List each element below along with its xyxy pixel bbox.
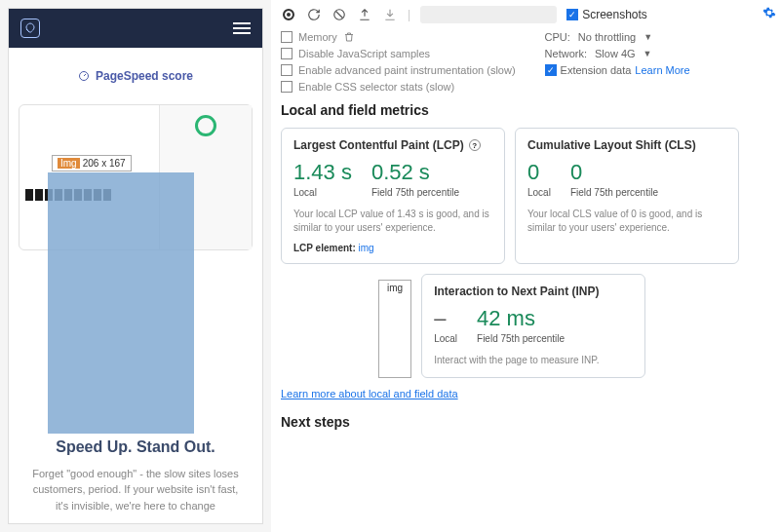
- checkbox-icon: [281, 31, 292, 43]
- element-highlight-overlay: [48, 172, 194, 434]
- ext-data-label: Extension data: [561, 64, 632, 76]
- lcp-field-label: Field 75th percentile: [371, 187, 459, 198]
- inp-card: Interaction to Next Paint (INP) – Local …: [421, 274, 645, 378]
- disable-js-label: Disable JavaScript samples: [298, 48, 430, 59]
- network-label: Network:: [545, 48, 587, 59]
- cls-description: Your local CLS value of 0 is good, and i…: [527, 208, 726, 235]
- cls-field-label: Field 75th percentile: [570, 187, 658, 198]
- adv-paint-option[interactable]: Enable advanced paint instrumentation (s…: [281, 64, 516, 76]
- stop-icon[interactable]: [332, 7, 347, 22]
- rocket-icon: [20, 19, 40, 38]
- options-row: Memory Disable JavaScript samples Enable…: [281, 31, 770, 93]
- upload-icon[interactable]: [357, 7, 372, 22]
- metrics-cards: Largest Contentful Paint (LCP)? 1.43 s L…: [281, 128, 770, 378]
- disable-js-option[interactable]: Disable JavaScript samples: [281, 48, 516, 59]
- trash-icon[interactable]: [343, 31, 355, 43]
- performance-toolbar: | ✓ Screenshots: [281, 6, 770, 23]
- screenshots-label: Screenshots: [582, 8, 647, 21]
- checkbox-icon: [281, 64, 292, 76]
- metrics-section-title: Local and field metrics: [281, 102, 770, 118]
- memory-option[interactable]: Memory: [281, 31, 516, 43]
- cls-title: Cumulative Layout Shift (CLS): [527, 138, 726, 152]
- network-value: Slow 4G: [595, 48, 636, 59]
- hero-body: Forget "good enough" - the slow sites lo…: [26, 466, 245, 514]
- lcp-description: Your local LCP value of 1.43 s is good, …: [293, 208, 492, 235]
- inp-local-label: Local: [434, 333, 457, 344]
- cls-field-value: 0: [570, 160, 658, 185]
- screenshots-toggle[interactable]: ✓ Screenshots: [566, 8, 647, 21]
- download-icon[interactable]: [382, 7, 398, 22]
- score-button-label: PageSpeed score: [96, 69, 193, 83]
- inp-field-value: 42 ms: [477, 306, 565, 331]
- gear-icon[interactable]: [762, 6, 776, 22]
- hamburger-icon[interactable]: [233, 22, 251, 34]
- preview-pane: PageSpeed score Img206 x 167 Speed Up. S…: [0, 0, 271, 532]
- learn-more-link[interactable]: Learn More: [635, 64, 689, 76]
- gauge-icon: [78, 70, 90, 82]
- pagespeed-score-button[interactable]: PageSpeed score: [19, 61, 253, 91]
- cpu-value: No throttling: [578, 31, 636, 43]
- extension-data-toggle[interactable]: ✓ Extension data Learn More: [545, 64, 690, 76]
- hero-heading: Speed Up. Stand Out.: [26, 438, 245, 456]
- hero-copy: Speed Up. Stand Out. Forget "good enough…: [9, 429, 262, 524]
- inp-description: Interact with the page to measure INP.: [434, 354, 633, 367]
- checkbox-checked-icon: ✓: [545, 64, 557, 76]
- img-chip[interactable]: img: [378, 280, 411, 378]
- memory-label: Memory: [298, 31, 337, 43]
- checkbox-icon: [281, 48, 292, 59]
- cpu-throttle[interactable]: CPU: No throttling ▼: [545, 31, 690, 43]
- css-stats-option[interactable]: Enable CSS selector stats (slow): [281, 81, 516, 93]
- lcp-card: Largest Contentful Paint (LCP)? 1.43 s L…: [281, 128, 505, 264]
- cpu-label: CPU:: [545, 31, 570, 43]
- help-icon[interactable]: ?: [469, 139, 481, 151]
- learn-more-metrics-link[interactable]: Learn more about local and field data: [281, 388, 458, 399]
- lcp-title: Largest Contentful Paint (LCP)?: [293, 138, 492, 152]
- checkbox-icon: [281, 81, 292, 93]
- url-input[interactable]: [420, 6, 557, 23]
- badge-dimensions: 206 x 167: [83, 158, 126, 169]
- inp-local-value: –: [434, 306, 457, 331]
- lcp-local-value: 1.43 s: [293, 160, 352, 185]
- next-steps-title: Next steps: [281, 414, 770, 430]
- badge-tag: Img: [58, 158, 80, 169]
- divider: |: [408, 8, 410, 21]
- lcp-local-label: Local: [293, 187, 352, 198]
- network-throttle[interactable]: Network: Slow 4G ▼: [545, 48, 690, 59]
- inp-title: Interaction to Next Paint (INP): [434, 285, 633, 298]
- inp-field-label: Field 75th percentile: [477, 333, 565, 344]
- chevron-down-icon: ▼: [644, 49, 652, 58]
- adv-paint-label: Enable advanced paint instrumentation (s…: [298, 64, 516, 76]
- css-stats-label: Enable CSS selector stats (slow): [298, 81, 454, 93]
- lcp-element-link[interactable]: img: [359, 243, 374, 253]
- progress-circle-icon: [195, 115, 216, 136]
- lcp-element-row: LCP element: img: [293, 243, 492, 253]
- cls-local-label: Local: [527, 187, 551, 198]
- devtools-pane: | ✓ Screenshots Memory Disable JavaScrip…: [271, 0, 780, 532]
- reload-icon[interactable]: [306, 7, 322, 22]
- lcp-field-value: 0.52 s: [371, 160, 459, 185]
- cls-card: Cumulative Layout Shift (CLS) 0 Local 0 …: [515, 128, 739, 264]
- site-preview: PageSpeed score Img206 x 167 Speed Up. S…: [8, 8, 263, 524]
- record-icon[interactable]: [281, 7, 296, 22]
- checkbox-checked-icon: ✓: [566, 9, 578, 20]
- inspect-badge: Img206 x 167: [52, 155, 132, 171]
- chevron-down-icon: ▼: [644, 32, 652, 42]
- preview-nav: [9, 9, 262, 48]
- cls-local-value: 0: [527, 160, 551, 185]
